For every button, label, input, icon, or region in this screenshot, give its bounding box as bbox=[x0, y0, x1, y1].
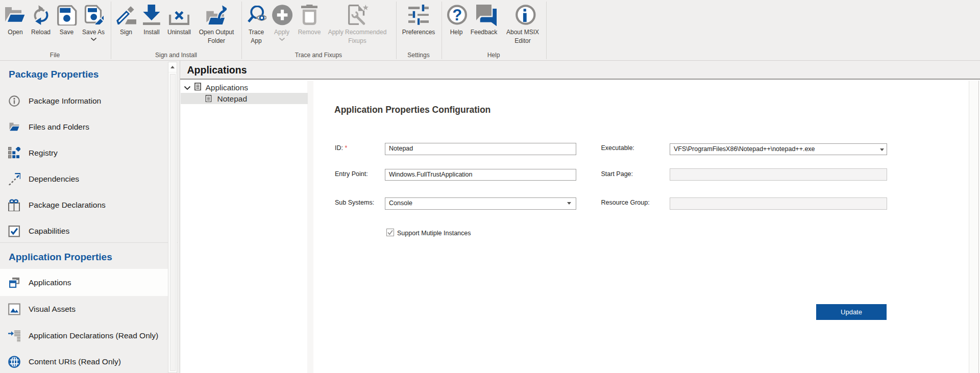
svg-text:?: ? bbox=[452, 6, 462, 24]
